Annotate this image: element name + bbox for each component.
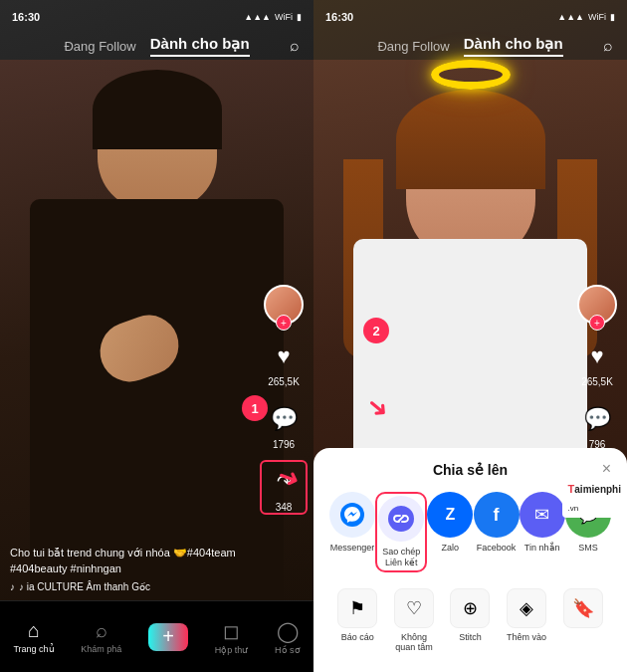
search-icon-left[interactable]: ⌕ (290, 37, 300, 55)
messenger-icon (329, 492, 375, 538)
inbox-icon: ◻ (223, 619, 240, 643)
comment-icon-right: 💬 (579, 401, 615, 437)
report-label: Báo cáo (341, 632, 374, 642)
share-stitch[interactable]: ⊕ Stitch (444, 588, 496, 652)
nav-inbox-label: Hộp thư (215, 645, 249, 655)
share-report[interactable]: ⚑ Báo cáo (331, 588, 383, 652)
add-to-label: Thêm vào (507, 632, 546, 642)
profile-icon: ◯ (277, 619, 299, 643)
bottom-nav-left: ⌂ Trang chủ ⌕ Khám phá + ◻ Hộp thư ◯ Hồ … (0, 600, 314, 672)
signal-icon-right: ▲▲▲ (557, 12, 584, 22)
like-count-right: 265,5K (581, 376, 613, 387)
nav-foryou-right[interactable]: Dành cho bạn (464, 35, 563, 57)
share-messenger[interactable]: Messenger (329, 492, 375, 572)
like-button-left[interactable]: ♥ 265,5K (266, 338, 302, 387)
comment-count-left: 1796 (273, 439, 295, 450)
nav-foryou-left[interactable]: Dành cho bạn (150, 35, 250, 57)
phone-left: 16:30 ▲▲▲ WiFi ▮ Đang Follow Dành cho bạ… (0, 0, 314, 672)
signal-icon: ▲▲▲ (244, 12, 271, 22)
share-not-interested[interactable]: ♡ Khôngquan tâm (388, 588, 440, 652)
watermark-text: aimienphi (574, 484, 621, 495)
sms-label: SMS (578, 543, 598, 554)
status-time-right: 16:30 (325, 11, 353, 23)
report-icon: ⚑ (337, 588, 377, 628)
copy-link-label: Sao chépLiên kết (382, 547, 420, 568)
watermark-domain: .vn (568, 504, 579, 513)
wifi-icon-right: WiFi (588, 12, 606, 22)
top-nav-right: Đang Follow Dành cho bạn ⌕ (314, 28, 627, 64)
watermark: Taimienphi .vn (562, 476, 627, 518)
nav-explore-left[interactable]: ⌕ Khám phá (81, 619, 121, 654)
facebook-label: Facebook (477, 543, 517, 554)
status-icons-left: ▲▲▲ WiFi ▮ (244, 12, 302, 22)
share-add-to[interactable]: ◈ Thêm vào (501, 588, 552, 652)
home-icon: ⌂ (28, 619, 40, 642)
add-to-icon: ◈ (507, 588, 546, 628)
music-note-icon: ♪ (10, 581, 15, 592)
follow-button-right[interactable]: + (589, 315, 605, 331)
not-interested-icon: ♡ (394, 588, 434, 628)
bookmark-icon: 🔖 (563, 588, 603, 628)
avatar-right[interactable]: + (577, 285, 617, 325)
battery-icon-right: ▮ (610, 12, 615, 22)
share-facebook[interactable]: f Facebook (473, 492, 519, 572)
stitch-icon: ⊕ (450, 588, 490, 628)
avatar-left[interactable]: + (264, 285, 304, 325)
like-count-left: 265,5K (268, 376, 300, 387)
heart-icon-left: ♥ (266, 338, 302, 374)
nav-home-left[interactable]: ⌂ Trang chủ (13, 619, 54, 654)
share-copy-link[interactable]: Sao chépLiên kết (375, 492, 427, 572)
share-row-2: ⚑ Báo cáo ♡ Khôngquan tâm ⊕ Stitch ◈ Thê… (329, 588, 611, 652)
nav-follow-left[interactable]: Đang Follow (64, 39, 135, 54)
facebook-icon: f (474, 492, 520, 538)
caption-left: Cho tui bắt trend chung với nhóa 🤝#404te… (10, 546, 254, 576)
search-icon-right[interactable]: ⌕ (603, 37, 613, 55)
zalo-label: Zalo (442, 543, 460, 554)
nav-profile-label: Hồ sơ (275, 645, 301, 655)
nav-inbox-left[interactable]: ◻ Hộp thư (215, 619, 249, 655)
comment-button-right[interactable]: 💬 796 (579, 401, 615, 450)
annotation-badge-2: 2 (363, 318, 389, 343)
phone-right: 16:30 ▲▲▲ WiFi ▮ Đang Follow Dành cho bạ… (314, 0, 627, 672)
message-icon: ✉ (520, 492, 565, 538)
copy-link-icon (378, 496, 424, 542)
nav-explore-label: Khám phá (81, 644, 121, 654)
like-button-right[interactable]: ♥ 265,5K (579, 338, 615, 387)
explore-icon: ⌕ (96, 619, 107, 642)
wifi-icon: WiFi (275, 12, 293, 22)
status-bar-left: 16:30 ▲▲▲ WiFi ▮ (0, 0, 314, 28)
share-bookmark[interactable]: 🔖 (557, 588, 609, 652)
heart-icon-right: ♥ (579, 338, 615, 374)
svg-point-0 (340, 503, 364, 527)
top-nav-left: Đang Follow Dành cho bạn ⌕ (0, 28, 314, 64)
nav-follow-right[interactable]: Đang Follow (377, 39, 449, 54)
zalo-icon: Z (427, 492, 473, 538)
music-row-left: ♪ ♪ ia CULTURE Âm thanh Gốc (10, 581, 254, 592)
status-time-left: 16:30 (12, 11, 40, 23)
bottom-info-left: Cho tui bắt trend chung với nhóa 🤝#404te… (10, 546, 254, 592)
share-message[interactable]: ✉ Tin nhắn (520, 492, 565, 572)
follow-button-left[interactable]: + (276, 315, 292, 331)
stitch-label: Stitch (459, 632, 482, 642)
comment-icon-left: 💬 (266, 401, 302, 437)
messenger-label: Messenger (330, 543, 375, 554)
halo-effect (431, 60, 511, 90)
share-sheet-title: Chia sẻ lên (433, 462, 508, 478)
share-zalo[interactable]: Z Zalo (427, 492, 473, 572)
status-bar-right: 16:30 ▲▲▲ WiFi ▮ (314, 0, 627, 28)
battery-icon: ▮ (297, 12, 302, 22)
not-interested-label: Khôngquan tâm (395, 632, 433, 652)
comment-button-left[interactable]: 💬 1796 (266, 401, 302, 450)
nav-create-left[interactable]: + (148, 623, 188, 651)
nav-home-label: Trang chủ (13, 644, 54, 654)
status-icons-right: ▲▲▲ WiFi ▮ (557, 12, 615, 22)
message-label: Tin nhắn (524, 543, 560, 554)
nav-profile-left[interactable]: ◯ Hồ sơ (275, 619, 301, 655)
annotation-badge-1: 1 (242, 395, 268, 421)
create-icon: + (148, 623, 188, 651)
